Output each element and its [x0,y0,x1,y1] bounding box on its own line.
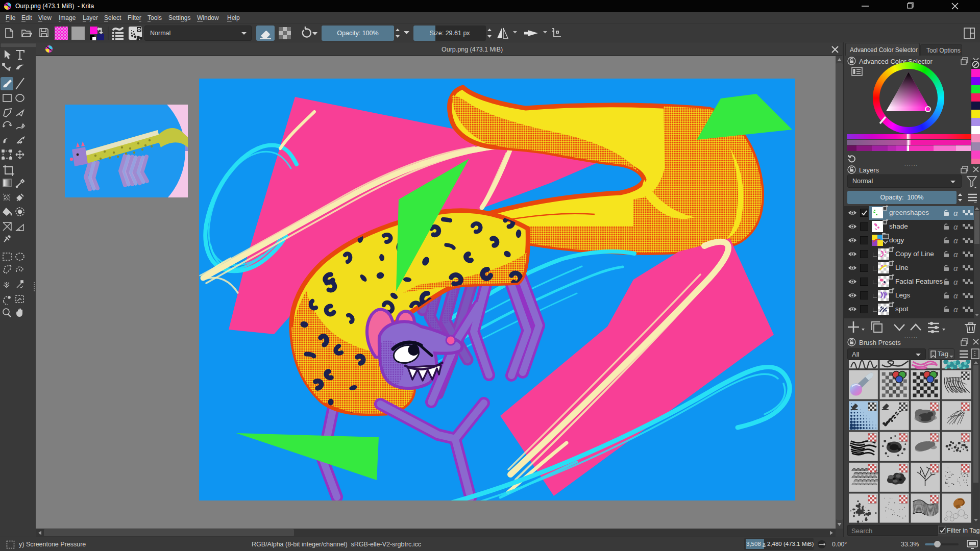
svg-text:α: α [953,223,958,231]
svg-text:α: α [953,278,958,286]
svg-text:α: α [953,251,958,258]
svg-text:α: α [953,292,958,299]
svg-text:α: α [953,237,958,244]
svg-text:α: α [953,264,958,272]
svg-text:α: α [953,306,958,313]
svg-text:α: α [953,209,958,217]
